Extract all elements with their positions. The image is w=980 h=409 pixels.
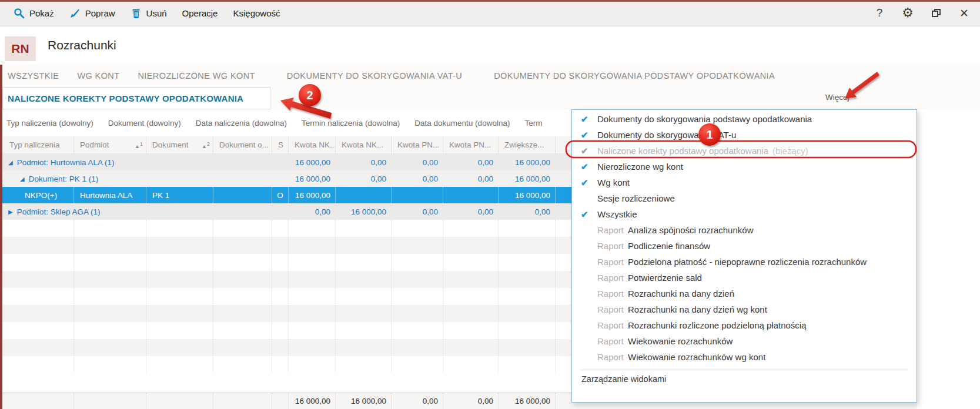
column-header-4[interactable]: S [272,136,288,153]
column-header-5[interactable]: Kwota NK... [288,136,335,153]
view-tabs-row1: WSZYSTKIEWG KONTNIEROZLICZONE WG KONTDOK… [2,65,980,87]
column-header-8[interactable]: Kwota PN... [443,136,498,153]
data-cell [443,187,498,203]
column-header-7[interactable]: Kwota PN... [391,136,443,153]
toolbar-items: PokażPoprawUsuńOperacjeKsięgowość [0,0,288,26]
menu-item-label: Wiekowanie rozrachunków wg kont [628,352,765,362]
summary-empty-cell [146,393,213,409]
column-header-label: Dokument [152,140,189,149]
group-amount-cell: 0,00 [391,207,443,216]
more-views-link[interactable]: Więcej [825,93,849,102]
tab-dokumenty-do-skorygowania-vat-u[interactable]: DOKUMENTY DO SKORYGOWANIA VAT-U [287,71,462,81]
collapse-icon[interactable]: ▶ [8,209,13,215]
menu-item-potwierdzenie-sald[interactable]: RaportPotwierdzenie sald [572,270,917,286]
help-button[interactable]: ? [873,6,886,20]
group-amount-cell: 16 000,00 [498,175,555,183]
toolbar-button-poka[interactable]: Pokaż [6,0,62,26]
menu-item-podzielona-płatność-niepoprawne-rozliczenia-rozrachunków[interactable]: RaportPodzielona płatność - niepoprawne … [572,254,917,270]
toolbar-button-ksigowo[interactable]: Księgowość [225,0,287,26]
summary-empty-cell [73,393,146,409]
tab-dokumenty-do-skorygowania-podstawy-opodatkowania[interactable]: DOKUMENTY DO SKORYGOWANIA PODSTAWY OPODA… [494,71,775,81]
toolbar-button-label: Operacje [182,8,218,18]
expand-icon[interactable]: ◢ [8,159,13,166]
settings-button[interactable]: ⚙ [901,6,914,20]
filter-data[interactable]: Data dokumentu (dowolna) [414,119,510,128]
menu-item-label: Rozrachunki na dany dzień [628,289,734,299]
column-header-label: Kwota NK... [342,140,383,149]
menu-item-prefix: Raport [597,273,624,283]
tab-wszystkie[interactable]: WSZYSTKIE [8,71,59,81]
search-icon [14,8,25,19]
menu-item-label: Wiekowanie rozrachunków [628,336,733,346]
filter-typ[interactable]: Typ naliczenia (dowolny) [6,119,93,128]
column-header-6[interactable]: Kwota NK... [335,136,391,153]
menu-item-rozrachunki-rozliczone-podzieloną-płatnością[interactable]: RaportRozrachunki rozliczone podzieloną … [572,317,917,333]
column-separator [335,220,336,373]
menu-item-label: Podliczenie finansów [628,241,710,251]
menu-item-naliczone-korekty-podstawy-opodatkowania[interactable]: ✔Naliczone korekty podstawy opodatkowani… [572,143,917,159]
menu-item-analiza-spójności-rozrachunków[interactable]: RaportAnaliza spójności rozrachunków [572,222,917,238]
column-header-label: Kwota PN... [449,140,491,149]
menu-item-nierozliczone-wg-kont[interactable]: ✔Nierozliczone wg kont [572,159,917,175]
column-header-label: Podmiot [80,140,109,149]
column-header-1[interactable]: Podmiot▲1 [73,136,146,153]
menu-item-prefix: Raport [597,257,624,267]
column-header-3[interactable]: Dokument o... [213,136,272,153]
menu-item-label: Rozrachunki rozliczone podzieloną płatno… [628,320,807,330]
menu-item-wiekowanie-rozrachunków-wg-kont[interactable]: RaportWiekowanie rozrachunków wg kont [572,349,917,365]
menu-item-label: Analiza spójności rozrachunków [628,225,753,235]
tab-naliczone-korekty-active[interactable]: NALICZONE KOREKTY PODSTAWY OPODATKOWANIA [2,87,270,109]
check-icon: ✔ [581,209,597,220]
views-dropdown-menu: ✔Dokumenty do skorygowania podstawy opod… [571,109,917,403]
menu-item-rozrachunki-na-dany-dzień[interactable]: RaportRozrachunki na dany dzień [572,286,917,301]
menu-item-dokumenty-do-skorygowania-podstawy-opodatkowania[interactable]: ✔Dokumenty do skorygowania podstawy opod… [572,111,917,127]
summary-amount-cell: 0,00 [443,393,498,409]
group-amount-cell: 0,00 [391,175,443,183]
view-tabs: WSZYSTKIEWG KONTNIEROZLICZONE WG KONTDOK… [2,65,980,109]
column-separator [288,220,289,373]
app-window: PokażPoprawUsuńOperacjeKsięgowość ?⚙✕ RN… [0,0,980,409]
column-header-9[interactable]: Zwiększe... [498,136,555,153]
check-icon: ✔ [581,146,597,156]
toolbar-button-label: Popraw [85,8,115,18]
filter-data[interactable]: Data naliczenia (dowolna) [196,119,287,128]
group-row-label: ▶Podmiot: Sklep AGA (1) [2,207,288,216]
column-header-2[interactable]: Dokument▲2 [146,136,213,153]
brush-icon [69,8,81,19]
group-amount-cell: 0,00 [443,158,498,167]
menu-item-rozrachunki-na-dany-dzień-wg-kont[interactable]: RaportRozrachunki na dany dzień wg kont [572,301,917,317]
menu-item-prefix: Raport [597,352,624,362]
close-button[interactable]: ✕ [958,6,971,20]
menu-item-wszystkie[interactable]: ✔Wszystkie [572,206,917,222]
toolbar-button-usu[interactable]: Usuń [123,0,175,26]
group-label-text: Podmiot: Hurtownia ALA (1) [17,158,115,167]
menu-footer-manage-views[interactable]: Zarządzanie widokami [572,370,917,388]
menu-item-wiekowanie-rozrachunków[interactable]: RaportWiekowanie rozrachunków [572,333,917,349]
data-cell: 16 000,00 [498,187,555,203]
data-cell: 16 000,00 [288,187,335,203]
restore-button[interactable] [929,6,942,20]
group-amount-cell: 16 000,00 [335,207,391,216]
tab-wg-kont[interactable]: WG KONT [77,71,119,81]
menu-item-sesje-rozliczeniowe[interactable]: Sesje rozliczeniowe [572,190,917,206]
window-top-border [0,0,980,2]
toolbar-button-operacje[interactable]: Operacje [175,0,226,26]
menu-item-label: Nierozliczone wg kont [597,162,683,172]
menu-item-wg-kont[interactable]: ✔Wg kont [572,175,917,190]
group-amount-cell: 0,00 [443,207,498,216]
menu-item-podliczenie-finansów[interactable]: RaportPodliczenie finansów [572,238,917,254]
menu-item-dokumenty-do-skorygowania-vat-u[interactable]: ✔Dokumenty do skorygowania VAT-u [572,127,917,143]
trash-icon [131,8,142,19]
toolbar-button-popraw[interactable]: Popraw [62,0,123,26]
filter-term[interactable]: Term [524,119,542,128]
expand-icon[interactable]: ◢ [20,176,25,182]
restore-icon [932,9,941,17]
data-cell: PK 1 [146,187,213,203]
filter-dokument[interactable]: Dokument (dowolny) [108,119,181,128]
menu-item-prefix: Raport [597,320,624,330]
data-cell [391,187,443,203]
tab-nierozliczone-wg-kont[interactable]: NIEROZLICZONE WG KONT [138,71,255,81]
filter-termin[interactable]: Termin naliczenia (dowolna) [302,119,400,128]
column-header-0[interactable]: Typ naliczenia [2,136,73,153]
check-icon: ✔ [581,114,597,125]
